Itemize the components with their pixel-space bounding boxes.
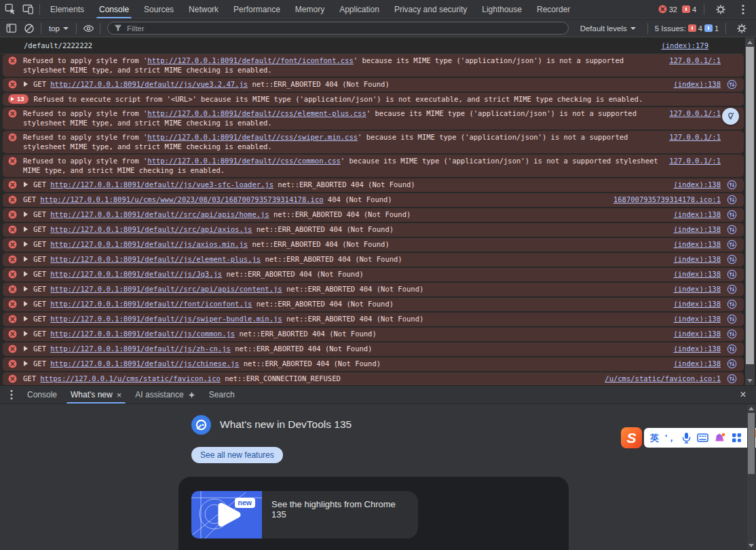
console-scrollbar[interactable] xyxy=(745,38,755,385)
message-url-link[interactable]: http://127.0.0.1:8091/default//css/commo… xyxy=(147,157,340,165)
scroll-down-arrow[interactable] xyxy=(745,379,755,382)
issue-count-badge[interactable]: 4 xyxy=(682,5,696,14)
reveal-in-network-icon[interactable] xyxy=(727,344,737,354)
reveal-in-network-icon[interactable] xyxy=(727,374,737,384)
tab-lighthouse[interactable]: Lighthouse xyxy=(474,0,529,18)
message-url-link[interactable]: http://127.0.0.1:8091/default//js/vue3.2… xyxy=(50,80,248,88)
group-count-badge[interactable]: 13 xyxy=(8,94,29,104)
reveal-in-network-icon[interactable] xyxy=(727,195,737,205)
settings-gear-icon[interactable] xyxy=(712,1,730,18)
error-count-badge[interactable]: 32 xyxy=(658,5,677,14)
source-location-link[interactable]: 1687007935739314178.ico:1 xyxy=(613,195,721,204)
message-url-link[interactable]: http://127.0.0.1:8091/default//js/chines… xyxy=(50,359,239,368)
source-location-link[interactable]: (index):179 xyxy=(661,41,708,50)
message-url-link[interactable]: http://127.0.0.1:8091/default//src/api/a… xyxy=(50,225,252,233)
expand-triangle-icon[interactable] xyxy=(24,331,28,336)
reveal-in-network-icon[interactable] xyxy=(727,269,737,279)
ai-insight-button[interactable] xyxy=(722,108,739,125)
source-location-link[interactable]: (index):138 xyxy=(673,269,721,279)
ime-lang-mode[interactable]: 英 xyxy=(650,432,659,444)
reveal-in-network-icon[interactable] xyxy=(727,79,737,90)
expand-triangle-icon[interactable] xyxy=(24,256,28,262)
context-selector[interactable]: top xyxy=(44,24,73,33)
tab-console[interactable]: Console xyxy=(92,0,136,18)
message-url-link[interactable]: https://127.0.0.1/u/cms/static/favicon.i… xyxy=(40,374,221,382)
ime-punctuation-mode[interactable]: '， xyxy=(665,432,676,444)
reveal-in-network-icon[interactable] xyxy=(727,224,737,235)
message-url-link[interactable]: http://127.0.0.1:8091/default//font/icon… xyxy=(50,300,252,308)
source-location-link[interactable]: 127.0.0.1/:1 xyxy=(669,132,721,142)
message-url-link[interactable]: http://127.0.0.1:8091/default//font/icon… xyxy=(147,56,353,64)
live-expression-eye-icon[interactable] xyxy=(79,20,97,37)
source-location-link[interactable]: 127.0.0.1/:1 xyxy=(669,156,721,165)
message-url-link[interactable]: http://127.0.0.1:8091/default//js/elemen… xyxy=(50,255,261,263)
source-location-link[interactable]: 127.0.0.1/:1 xyxy=(669,56,721,65)
source-location-link[interactable]: (index):138 xyxy=(673,284,721,294)
reveal-in-network-icon[interactable] xyxy=(727,299,737,309)
source-location-link[interactable]: (index):138 xyxy=(673,329,721,338)
reveal-in-network-icon[interactable] xyxy=(727,210,737,220)
see-all-features-button[interactable]: See all new features xyxy=(191,447,283,463)
microphone-icon[interactable] xyxy=(682,432,691,444)
tab-performance[interactable]: Performance xyxy=(226,0,288,18)
source-location-link[interactable]: (index):138 xyxy=(673,254,721,264)
drawer-tab-what-s-new[interactable]: What's new× xyxy=(64,386,128,404)
tab-recorder[interactable]: Recorder xyxy=(529,0,578,18)
message-url-link[interactable]: http://127.0.0.1:8091/default//src/api/a… xyxy=(50,210,269,218)
source-location-link[interactable]: (index):138 xyxy=(673,239,721,249)
reveal-in-network-icon[interactable] xyxy=(727,239,737,250)
tab-network[interactable]: Network xyxy=(181,0,226,18)
tab-memory[interactable]: Memory xyxy=(288,0,332,18)
expand-triangle-icon[interactable] xyxy=(24,346,28,351)
video-thumbnail[interactable]: new xyxy=(191,491,262,538)
expand-triangle-icon[interactable] xyxy=(24,361,28,366)
message-url-link[interactable]: http://127.0.0.1:8091/default//css/swipe… xyxy=(147,133,358,141)
reveal-in-network-icon[interactable] xyxy=(727,254,737,264)
drawer-tab-search[interactable]: Search xyxy=(202,386,242,404)
device-toolbar-icon[interactable] xyxy=(19,1,37,18)
message-url-link[interactable]: http://127.0.0.1:8091/default//src/api/a… xyxy=(50,285,282,293)
toolbox-grid-icon[interactable] xyxy=(732,433,742,443)
close-tab-icon[interactable]: × xyxy=(117,391,122,399)
console-sidebar-toggle-icon[interactable] xyxy=(3,20,20,37)
reveal-in-network-icon[interactable] xyxy=(727,359,737,369)
expand-triangle-icon[interactable] xyxy=(24,241,28,247)
kebab-menu-icon[interactable] xyxy=(734,1,752,18)
scroll-thumb[interactable] xyxy=(748,413,755,474)
sogou-logo[interactable]: S xyxy=(621,427,642,448)
tab-privacy-and-security[interactable]: Privacy and security xyxy=(387,0,474,18)
issues-summary[interactable]: 5 Issues: 4 1 xyxy=(655,24,719,33)
message-url-link[interactable]: http://127.0.0.1:8091/default//js/swiper… xyxy=(50,315,282,323)
drawer-scrollbar[interactable] xyxy=(747,405,755,549)
scroll-up-arrow[interactable] xyxy=(745,41,755,44)
source-location-link[interactable]: 127.0.0.1/:1 xyxy=(669,109,721,118)
expand-triangle-icon[interactable] xyxy=(24,271,28,277)
message-url-link[interactable]: http://127.0.0.1:8091/default//js/common… xyxy=(50,330,235,338)
scroll-thumb[interactable] xyxy=(746,47,754,364)
message-url-link[interactable]: http://127.0.0.1:8091/default//js/axios.… xyxy=(50,240,248,248)
source-location-link[interactable]: (index):138 xyxy=(673,359,721,368)
expand-triangle-icon[interactable] xyxy=(24,227,28,232)
clear-console-icon[interactable] xyxy=(20,20,38,37)
tab-application[interactable]: Application xyxy=(332,0,387,18)
log-levels-dropdown[interactable]: Default levels xyxy=(575,24,641,33)
expand-triangle-icon[interactable] xyxy=(24,316,28,321)
message-url-link[interactable]: http://127.0.0.1:8091/default//js/zh-cn.… xyxy=(50,345,231,353)
inspect-element-icon[interactable] xyxy=(1,1,19,18)
source-location-link[interactable]: (index):138 xyxy=(673,224,721,234)
filter-input[interactable]: Filter xyxy=(107,22,569,35)
expand-triangle-icon[interactable] xyxy=(24,286,28,292)
message-url-link[interactable]: http://127.0.0.1:8091/default//js/vue3-s… xyxy=(50,180,273,189)
reveal-in-network-icon[interactable] xyxy=(727,329,737,339)
reveal-in-network-icon[interactable] xyxy=(727,284,737,294)
reveal-in-network-icon[interactable] xyxy=(727,180,737,190)
drawer-kebab-menu-icon[interactable] xyxy=(3,387,20,403)
source-location-link[interactable]: (index):138 xyxy=(673,344,721,353)
expand-triangle-icon[interactable] xyxy=(24,212,28,217)
scroll-up-arrow[interactable] xyxy=(747,407,755,410)
message-url-link[interactable]: http://127.0.0.1:8091/default//css/eleme… xyxy=(147,109,366,117)
scroll-down-arrow[interactable] xyxy=(747,544,755,547)
source-location-link[interactable]: (index):138 xyxy=(673,299,721,309)
drawer-tab-console[interactable]: Console xyxy=(20,386,64,404)
expand-triangle-icon[interactable] xyxy=(24,301,28,307)
